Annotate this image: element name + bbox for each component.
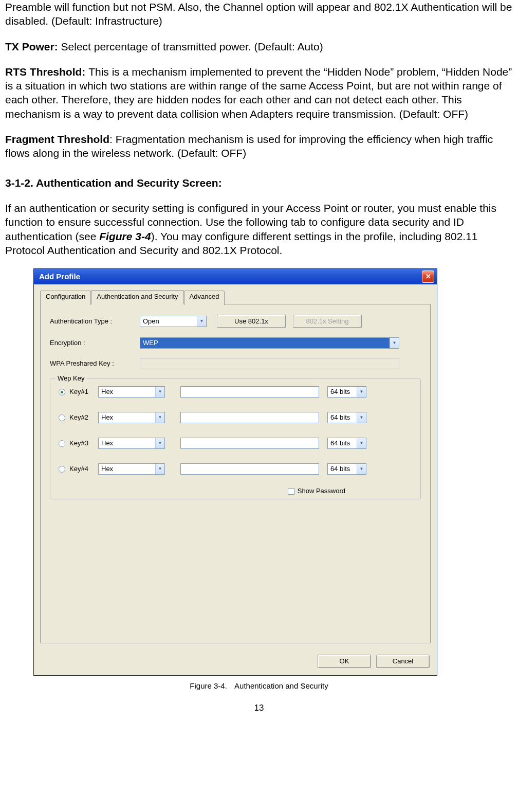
wep-key4-radio[interactable] (59, 466, 65, 473)
wep-key3-input[interactable] (180, 438, 319, 449)
label-fragment-threshold: Fragment Threshold (5, 133, 109, 145)
chevron-down-icon: ▼ (390, 338, 399, 348)
dialog-footer: OK Cancel (34, 649, 437, 675)
wep-key4-label: Key#4 (69, 465, 98, 474)
wep-key-row-2: Key#2 Hex ▼ 64 bits ▼ (59, 412, 412, 423)
wep-key2-format-select[interactable]: Hex ▼ (98, 412, 165, 423)
wep-key-row-4: Key#4 Hex ▼ 64 bits ▼ (59, 463, 412, 475)
tab-configuration[interactable]: Configuration (40, 291, 91, 305)
wep-key1-bits-select[interactable]: 64 bits ▼ (327, 386, 366, 398)
close-icon[interactable]: ✕ (422, 270, 434, 283)
paragraph: RTS Threshold: This is a mechanism imple… (5, 65, 513, 121)
chevron-down-icon: ▼ (357, 464, 366, 474)
auth-type-label: Authentication Type : (50, 317, 140, 326)
show-password-checkbox[interactable] (288, 488, 294, 495)
section-heading: 3-1-2. Authentication and Security Scree… (5, 176, 513, 190)
add-profile-dialog: Add Profile ✕ Configuration Authenticati… (33, 268, 437, 676)
dialog-body: Configuration Authentication and Securit… (34, 284, 437, 649)
wep-key4-input[interactable] (180, 463, 319, 475)
chevron-down-icon: ▼ (197, 316, 206, 327)
wep-key2-bits-select[interactable]: 64 bits ▼ (327, 412, 366, 423)
show-password-label: Show Password (298, 487, 345, 496)
paragraph: Fragment Threshold: Fragmentation mechan… (5, 132, 513, 160)
select-value: Hex (101, 439, 113, 448)
wpa-psk-label: WPA Preshared Key : (50, 359, 140, 368)
row-auth-type: Authentication Type : Open ▼ Use 802.1x … (50, 315, 421, 328)
cancel-button[interactable]: Cancel (376, 655, 430, 668)
wep-key2-input[interactable] (180, 412, 319, 423)
auth-type-select[interactable]: Open ▼ (140, 316, 207, 327)
tab-authentication-and-security[interactable]: Authentication and Security (91, 290, 183, 304)
8021x-setting-button: 802.1x Setting (293, 315, 362, 328)
wep-key1-radio[interactable] (59, 389, 65, 395)
select-value: 64 bits (330, 439, 350, 448)
tab-advanced[interactable]: Advanced (184, 291, 225, 305)
wep-key1-input[interactable] (180, 386, 319, 398)
chevron-down-icon: ▼ (357, 412, 366, 423)
row-wpa-psk: WPA Preshared Key : (50, 358, 421, 369)
auth-type-value: Open (143, 317, 159, 326)
show-password-row: Show Password (59, 487, 345, 496)
select-value: 64 bits (330, 465, 350, 474)
wep-key-group: Wep Key Key#1 Hex ▼ 64 bits ▼ (50, 378, 421, 499)
wpa-psk-input (140, 358, 399, 369)
paragraph: If an authentication or security setting… (5, 201, 513, 257)
wep-key-row-3: Key#3 Hex ▼ 64 bits ▼ (59, 438, 412, 449)
encryption-value: WEP (143, 339, 158, 348)
chevron-down-icon: ▼ (155, 464, 164, 474)
label-rts-threshold: RTS Threshold: (5, 66, 88, 78)
figure-reference: Figure 3-4 (99, 230, 151, 242)
select-value: 64 bits (330, 413, 350, 422)
select-value: Hex (101, 413, 113, 422)
chevron-down-icon: ▼ (155, 412, 164, 423)
wep-key-row-1: Key#1 Hex ▼ 64 bits ▼ (59, 386, 412, 398)
chevron-down-icon: ▼ (155, 387, 164, 397)
text: Select percentage of transmitted power. … (61, 41, 323, 52)
select-value: Hex (101, 465, 113, 474)
wep-key2-radio[interactable] (59, 414, 65, 421)
page-number: 13 (5, 702, 513, 714)
select-value: 64 bits (330, 388, 350, 396)
label-tx-power: TX Power: (5, 41, 61, 52)
wep-key4-format-select[interactable]: Hex ▼ (98, 463, 165, 475)
row-encryption: Encryption : WEP ▼ (50, 337, 421, 349)
chevron-down-icon: ▼ (357, 438, 366, 448)
paragraph: Preamble will function but not PSM. Also… (5, 0, 513, 28)
wep-key1-label: Key#1 (69, 388, 98, 396)
encryption-label: Encryption : (50, 339, 140, 348)
wep-key3-label: Key#3 (69, 439, 98, 448)
wep-key-legend: Wep Key (55, 374, 87, 383)
encryption-select[interactable]: WEP ▼ (140, 337, 399, 349)
paragraph: TX Power: Select percentage of transmitt… (5, 40, 513, 53)
chevron-down-icon: ▼ (155, 438, 164, 448)
dialog-figure: Add Profile ✕ Configuration Authenticati… (33, 268, 437, 676)
figure-caption: Figure 3-4. Authentication and Security (5, 681, 513, 691)
chevron-down-icon: ▼ (357, 387, 366, 397)
wep-key2-label: Key#2 (69, 413, 98, 422)
tab-panel: Authentication Type : Open ▼ Use 802.1x … (40, 304, 431, 643)
window-title: Add Profile (39, 272, 80, 282)
wep-key4-bits-select[interactable]: 64 bits ▼ (327, 463, 366, 475)
wep-key3-format-select[interactable]: Hex ▼ (98, 438, 165, 449)
wep-key3-bits-select[interactable]: 64 bits ▼ (327, 438, 366, 449)
tab-row: Configuration Authentication and Securit… (40, 290, 431, 304)
select-value: Hex (101, 388, 113, 396)
use-8021x-button[interactable]: Use 802.1x (217, 315, 286, 328)
wep-key1-format-select[interactable]: Hex ▼ (98, 386, 165, 398)
wep-key3-radio[interactable] (59, 440, 65, 447)
titlebar[interactable]: Add Profile ✕ (34, 269, 437, 284)
ok-button[interactable]: OK (318, 655, 371, 668)
